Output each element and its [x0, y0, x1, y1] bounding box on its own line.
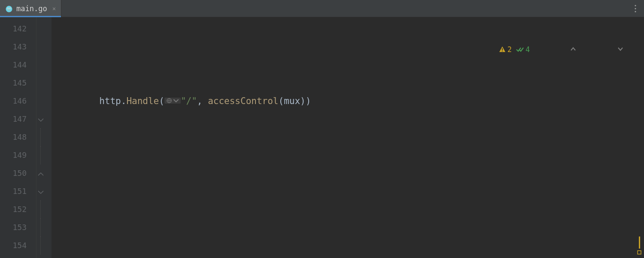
- svg-point-0: [6, 6, 12, 12]
- svg-rect-11: [502, 48, 503, 50]
- tab-overflow-menu-icon[interactable]: [627, 0, 644, 17]
- code-line[interactable]: http.Handle("/", accessControl(mux)): [52, 92, 644, 110]
- svg-rect-13: [638, 251, 641, 254]
- tab-bar: main.go ×: [0, 0, 644, 17]
- svg-point-6: [635, 5, 636, 6]
- line-number: 144: [0, 56, 36, 74]
- line-number: 143: [0, 38, 36, 56]
- tab-main-go[interactable]: main.go ×: [0, 0, 61, 17]
- inspection-widget[interactable]: 2 4: [496, 22, 627, 77]
- svg-rect-12: [502, 51, 503, 52]
- line-number: 154: [0, 236, 36, 255]
- code-line[interactable]: [52, 182, 644, 200]
- line-number: 149: [0, 146, 36, 164]
- line-number: 147: [0, 110, 36, 128]
- line-number: 148: [0, 128, 36, 146]
- line-number: 146: [0, 92, 36, 110]
- tab-label: main.go: [16, 4, 47, 13]
- fold-toggle-icon[interactable]: [37, 187, 44, 194]
- svg-point-8: [635, 11, 636, 12]
- editor-scrollbar[interactable]: [638, 17, 644, 258]
- error-stripe-lens-icon[interactable]: [635, 236, 643, 255]
- line-number: 151: [0, 182, 36, 200]
- fold-toggle-icon[interactable]: [37, 115, 44, 122]
- fold-toggle-icon[interactable]: [37, 169, 44, 176]
- close-icon[interactable]: ×: [52, 5, 56, 12]
- line-number-gutter: 142 143 144 145 146 147 148 149 150 151 …: [0, 17, 36, 258]
- line-number: 150: [0, 164, 36, 182]
- line-number: 145: [0, 74, 36, 92]
- gopher-icon: [5, 5, 13, 12]
- warning-indicator[interactable]: 2: [499, 40, 512, 58]
- svg-point-4: [10, 8, 11, 9]
- svg-point-7: [635, 8, 636, 9]
- line-number: 153: [0, 218, 36, 236]
- prev-highlight-icon[interactable]: [534, 22, 577, 77]
- svg-point-3: [8, 8, 9, 9]
- line-number: 152: [0, 200, 36, 218]
- editor[interactable]: 142 143 144 145 146 147 148 149 150 151 …: [0, 17, 644, 258]
- code-area[interactable]: http.Handle("/", accessControl(mux)) htt…: [52, 17, 644, 258]
- line-number: 142: [0, 20, 36, 38]
- svg-point-5: [9, 9, 10, 10]
- fold-gutter: [36, 17, 52, 258]
- ok-indicator[interactable]: 4: [516, 40, 530, 58]
- next-highlight-icon[interactable]: [581, 22, 624, 77]
- url-hint-icon[interactable]: [164, 98, 181, 104]
